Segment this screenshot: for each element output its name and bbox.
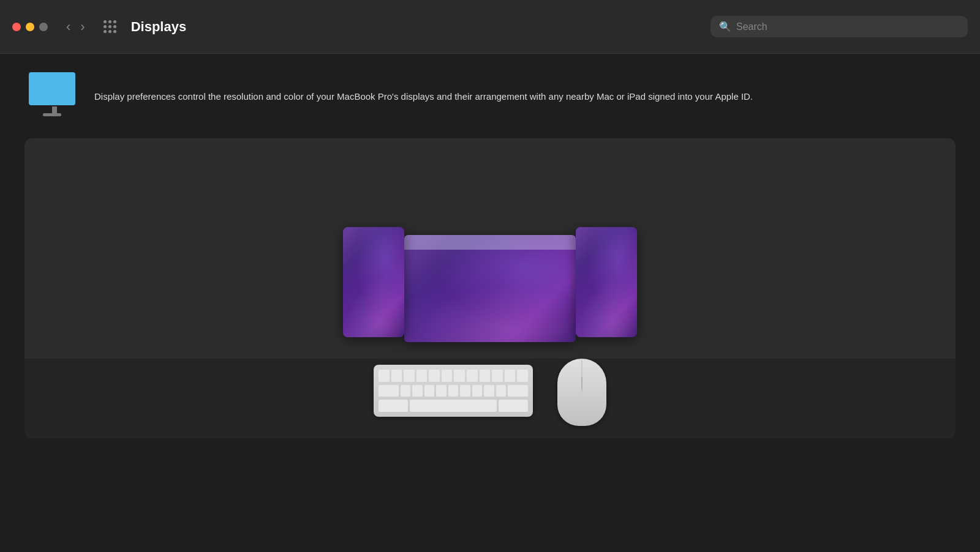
key	[517, 370, 528, 382]
description-row: Display preferences control the resoluti…	[24, 72, 956, 121]
center-display-wallpaper	[404, 235, 576, 342]
display-icon	[24, 72, 80, 121]
traffic-lights	[12, 23, 48, 31]
key-row-1	[379, 370, 528, 382]
display-canvas[interactable]	[24, 138, 956, 438]
key	[508, 385, 528, 397]
grid-dot	[104, 20, 107, 23]
titlebar: ‹ › Displays 🔍	[0, 0, 980, 54]
search-input[interactable]	[736, 21, 959, 32]
key	[379, 400, 408, 412]
key	[442, 370, 453, 382]
key	[484, 385, 494, 397]
grid-dot	[104, 25, 107, 28]
key-row-3	[379, 400, 528, 412]
grid-dot	[108, 30, 111, 33]
key	[379, 385, 399, 397]
key	[417, 370, 428, 382]
right-display-wallpaper	[576, 227, 637, 337]
center-display[interactable]	[404, 235, 576, 342]
nav-buttons: ‹ ›	[62, 18, 89, 36]
menubar-highlight	[404, 235, 576, 250]
keyboard-icon	[374, 365, 533, 417]
close-button[interactable]	[12, 23, 21, 31]
displays-visualization	[343, 221, 637, 356]
key	[496, 385, 506, 397]
grid-dot	[113, 25, 116, 28]
key	[467, 370, 478, 382]
grid-dot	[113, 20, 116, 23]
key	[499, 400, 528, 412]
key	[401, 385, 410, 397]
key	[480, 370, 491, 382]
key	[492, 370, 503, 382]
monitor-stand-base	[43, 113, 61, 116]
grid-dot	[113, 30, 116, 33]
key	[379, 370, 390, 382]
grid-dot	[108, 25, 111, 28]
bottom-bar	[24, 359, 956, 438]
key	[412, 385, 422, 397]
forward-button[interactable]: ›	[77, 18, 88, 36]
key	[391, 370, 402, 382]
grid-dot	[104, 30, 107, 33]
back-button[interactable]: ‹	[62, 18, 74, 36]
right-display[interactable]	[576, 227, 637, 337]
mouse-icon	[557, 359, 606, 426]
key	[472, 385, 482, 397]
key	[460, 385, 470, 397]
monitor-screen	[29, 72, 75, 105]
description-text: Display preferences control the resoluti…	[94, 89, 753, 103]
search-icon: 🔍	[719, 21, 731, 32]
key-row-2	[379, 385, 528, 397]
left-display-wallpaper	[343, 227, 404, 337]
key	[448, 385, 458, 397]
fullscreen-button[interactable]	[39, 23, 48, 31]
grid-menu-button[interactable]	[104, 20, 116, 33]
minimize-button[interactable]	[26, 23, 34, 31]
key	[454, 370, 465, 382]
main-content: Display preferences control the resoluti…	[0, 54, 980, 438]
key	[429, 370, 440, 382]
key	[404, 370, 415, 382]
left-display[interactable]	[343, 227, 404, 337]
page-title: Displays	[131, 19, 701, 35]
grid-dot	[108, 20, 111, 23]
search-bar[interactable]: 🔍	[710, 16, 968, 37]
key	[505, 370, 516, 382]
key	[424, 385, 434, 397]
key	[436, 385, 446, 397]
spacebar-key	[410, 400, 497, 412]
